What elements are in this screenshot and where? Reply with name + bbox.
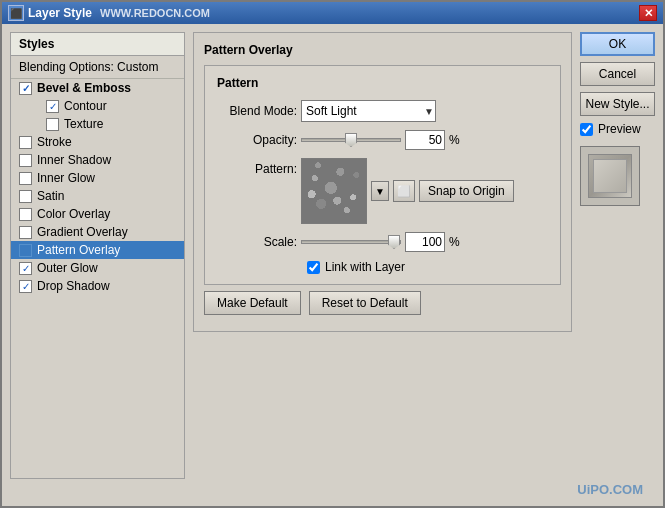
blend-mode-row: Blend Mode: Normal Dissolve Multiply Scr… <box>217 100 548 122</box>
opacity-input[interactable] <box>405 130 445 150</box>
pattern-overlay-checkbox[interactable] <box>19 244 32 257</box>
sidebar-item-gradient-overlay[interactable]: Gradient Overlay <box>11 223 184 241</box>
sidebar-item-texture[interactable]: Texture <box>11 115 184 133</box>
inner-shadow-label: Inner Shadow <box>37 153 111 167</box>
inner-glow-checkbox[interactable] <box>19 172 32 185</box>
blend-mode-select[interactable]: Normal Dissolve Multiply Screen Overlay … <box>301 100 436 122</box>
stroke-label: Stroke <box>37 135 72 149</box>
preview-checkbox[interactable] <box>580 123 593 136</box>
pattern-label: Pattern: <box>217 158 297 176</box>
link-with-layer-label: Link with Layer <box>325 260 405 274</box>
scale-input[interactable] <box>405 232 445 252</box>
sidebar-item-outer-glow[interactable]: ✓ Outer Glow <box>11 259 184 277</box>
scale-row: Scale: % <box>217 232 548 252</box>
blend-mode-select-wrapper: Normal Dissolve Multiply Screen Overlay … <box>301 100 436 122</box>
pattern-options-button[interactable]: ⬜ <box>393 180 415 202</box>
gradient-overlay-checkbox[interactable] <box>19 226 32 239</box>
sidebar-item-bevel-emboss[interactable]: ✓ Bevel & Emboss <box>11 79 184 97</box>
gradient-overlay-label: Gradient Overlay <box>37 225 128 239</box>
bevel-emboss-checkbox[interactable]: ✓ <box>19 82 32 95</box>
contour-label: Contour <box>64 99 107 113</box>
pattern-preview-inner <box>302 159 366 223</box>
pattern-preview[interactable] <box>301 158 367 224</box>
inner-shadow-checkbox[interactable] <box>19 154 32 167</box>
layer-style-window: ⬛ Layer Style WWW.REDOCN.COM ✕ Styles Bl… <box>0 0 665 508</box>
window-subtitle: WWW.REDOCN.COM <box>100 7 210 19</box>
scale-label: Scale: <box>217 235 297 249</box>
pattern-row: Pattern: ▼ ⬜ Snap to Origin <box>217 158 548 224</box>
sidebar-item-inner-glow[interactable]: Inner Glow <box>11 169 184 187</box>
title-bar-left: ⬛ Layer Style WWW.REDOCN.COM <box>8 5 210 21</box>
sidebar-item-stroke[interactable]: Stroke <box>11 133 184 151</box>
outer-glow-label: Outer Glow <box>37 261 98 275</box>
pattern-sub-section: Pattern Blend Mode: Normal Dissolve Mult… <box>204 65 561 285</box>
window-icon: ⬛ <box>8 5 24 21</box>
link-with-layer-checkbox[interactable] <box>307 261 320 274</box>
stroke-checkbox[interactable] <box>19 136 32 149</box>
sidebar-item-drop-shadow[interactable]: ✓ Drop Shadow <box>11 277 184 295</box>
left-panel: Styles Blending Options: Custom ✓ Bevel … <box>10 32 185 479</box>
pattern-dropdown-button[interactable]: ▼ <box>371 181 389 201</box>
new-style-button[interactable]: New Style... <box>580 92 655 116</box>
styles-header: Styles <box>11 33 184 56</box>
window-title: Layer Style <box>28 6 92 20</box>
pattern-overlay-section: Pattern Overlay Pattern Blend Mode: Norm… <box>193 32 572 332</box>
sidebar-item-inner-shadow[interactable]: Inner Shadow <box>11 151 184 169</box>
preview-row: Preview <box>580 122 655 136</box>
blend-mode-label: Blend Mode: <box>217 104 297 118</box>
bevel-emboss-label: Bevel & Emboss <box>37 81 131 95</box>
satin-label: Satin <box>37 189 64 203</box>
section-title: Pattern Overlay <box>204 43 561 57</box>
color-overlay-label: Color Overlay <box>37 207 110 221</box>
sidebar-item-color-overlay[interactable]: Color Overlay <box>11 205 184 223</box>
outer-glow-checkbox[interactable]: ✓ <box>19 262 32 275</box>
sub-section-title: Pattern <box>217 76 548 90</box>
sidebar-item-contour[interactable]: ✓ Contour <box>11 97 184 115</box>
pattern-overlay-label: Pattern Overlay <box>37 243 120 257</box>
blending-options-label[interactable]: Blending Options: Custom <box>11 56 184 79</box>
reset-to-default-button[interactable]: Reset to Default <box>309 291 421 315</box>
drop-shadow-label: Drop Shadow <box>37 279 110 293</box>
opacity-label: Opacity: <box>217 133 297 147</box>
texture-checkbox[interactable] <box>46 118 59 131</box>
satin-checkbox[interactable] <box>19 190 32 203</box>
right-panel: OK Cancel New Style... Preview <box>580 32 655 479</box>
preview-label: Preview <box>598 122 641 136</box>
texture-label: Texture <box>64 117 103 131</box>
scale-slider[interactable] <box>301 240 401 244</box>
make-default-button[interactable]: Make Default <box>204 291 301 315</box>
snap-to-origin-button[interactable]: Snap to Origin <box>419 180 514 202</box>
drop-shadow-checkbox[interactable]: ✓ <box>19 280 32 293</box>
preview-inner <box>588 154 632 198</box>
title-bar: ⬛ Layer Style WWW.REDOCN.COM ✕ <box>2 2 663 24</box>
inner-glow-label: Inner Glow <box>37 171 95 185</box>
link-with-layer-row: Link with Layer <box>217 260 548 274</box>
watermark: UiPO.COM <box>0 482 655 501</box>
opacity-slider[interactable] <box>301 138 401 142</box>
middle-panel: Pattern Overlay Pattern Blend Mode: Norm… <box>193 32 572 479</box>
window-content: Styles Blending Options: Custom ✓ Bevel … <box>2 24 663 487</box>
scale-percent: % <box>449 235 460 249</box>
opacity-row: Opacity: % <box>217 130 548 150</box>
close-button[interactable]: ✕ <box>639 5 657 21</box>
cancel-button[interactable]: Cancel <box>580 62 655 86</box>
bottom-buttons: Make Default Reset to Default <box>204 285 561 321</box>
preview-thumbnail <box>580 146 640 206</box>
opacity-percent: % <box>449 133 460 147</box>
ok-button[interactable]: OK <box>580 32 655 56</box>
sidebar-item-satin[interactable]: Satin <box>11 187 184 205</box>
contour-checkbox[interactable]: ✓ <box>46 100 59 113</box>
sidebar-item-pattern-overlay[interactable]: Pattern Overlay <box>11 241 184 259</box>
color-overlay-checkbox[interactable] <box>19 208 32 221</box>
